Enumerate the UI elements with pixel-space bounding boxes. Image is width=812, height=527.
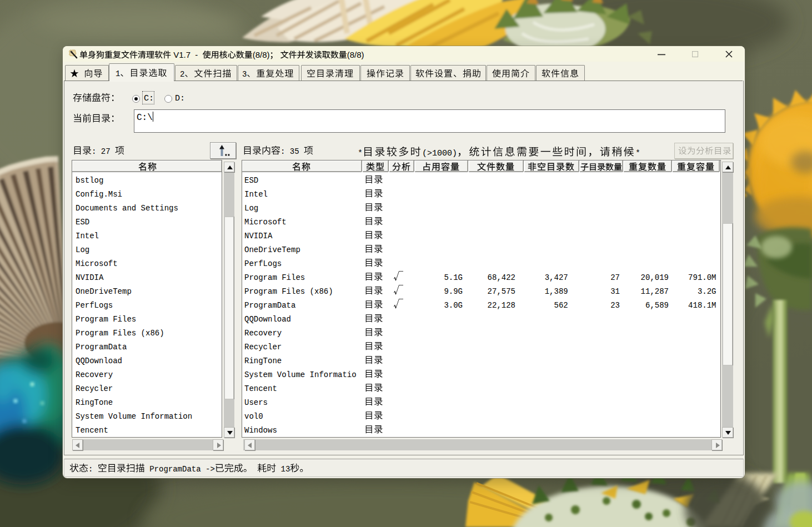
svg-text:(>1000): (>1000) <box>422 149 457 158</box>
svg-text:: 35: : 35 <box>280 147 304 156</box>
svg-text:ProgramData ->: ProgramData -> <box>145 465 215 474</box>
svg-text:(8/8): (8/8) <box>347 51 364 59</box>
svg-text:1: 1 <box>116 69 120 78</box>
svg-text:*: * <box>358 149 363 158</box>
svg-text:(8/8): (8/8) <box>253 51 270 59</box>
svg-text:3: 3 <box>242 70 247 79</box>
svg-text:2: 2 <box>180 70 184 79</box>
svg-text:13: 13 <box>276 465 290 474</box>
svg-text:V1.7 -: V1.7 - <box>171 51 203 59</box>
svg-text:*: * <box>635 149 640 158</box>
svg-text::: : <box>88 465 98 474</box>
svg-text:: 27: : 27 <box>92 147 115 156</box>
